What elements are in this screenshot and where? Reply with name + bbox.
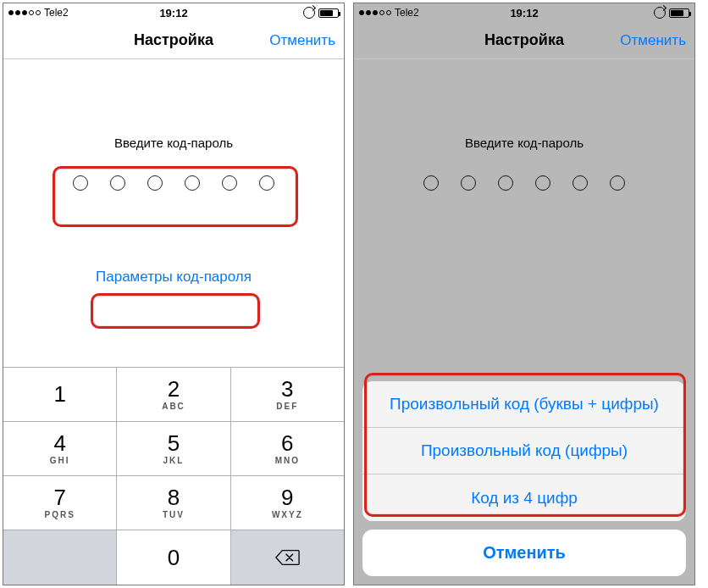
key-5[interactable]: 5JKL [117, 422, 230, 476]
page-title: Настройка [484, 31, 564, 49]
key-8[interactable]: 8TUV [117, 476, 230, 530]
status-time: 19:12 [159, 7, 187, 19]
backspace-key[interactable] [231, 530, 344, 585]
status-time: 19:12 [510, 7, 538, 19]
backspace-icon [274, 548, 300, 567]
battery-icon [669, 8, 689, 18]
sheet-cancel-button[interactable]: Отменить [362, 530, 686, 576]
sheet-option-4digit[interactable]: Код из 4 цифр [362, 474, 686, 521]
key-7[interactable]: 7PQRS [3, 476, 117, 530]
key-4[interactable]: 4GHI [3, 422, 117, 476]
rotation-lock-icon [303, 7, 315, 19]
phone-right: Tele2 19:12 Настройка Отменить Введите к… [353, 3, 695, 585]
key-blank [3, 530, 117, 585]
sheet-option-numeric[interactable]: Произвольный код (цифры) [362, 428, 686, 474]
status-bar: Tele2 19:12 [354, 3, 694, 22]
nav-bar: Настройка Отменить [3, 22, 344, 59]
key-2[interactable]: 2ABC [117, 368, 230, 422]
passcode-dots [354, 167, 694, 201]
passcode-dots [3, 167, 344, 201]
cancel-button[interactable]: Отменить [620, 32, 686, 49]
page-title: Настройка [134, 31, 213, 49]
sheet-option-alphanumeric[interactable]: Произвольный код (буквы + цифры) [362, 381, 686, 428]
carrier-label: Tele2 [395, 7, 419, 19]
phone-left: Tele2 19:12 Настройка Отменить Введите к… [3, 3, 345, 585]
passcode-prompt: Введите код-пароль [354, 136, 694, 150]
action-sheet-options: Произвольный код (буквы + цифры) Произво… [362, 381, 686, 521]
cancel-button[interactable]: Отменить [269, 32, 335, 49]
numeric-keypad: 1 2ABC 3DEF 4GHI 5JKL 6MNO 7PQRS 8TUV 9W… [3, 367, 344, 585]
battery-icon [318, 8, 339, 18]
highlight-options-link [91, 293, 260, 329]
carrier-label: Tele2 [44, 7, 69, 19]
key-1[interactable]: 1 [3, 368, 117, 422]
key-3[interactable]: 3DEF [231, 368, 344, 422]
signal-icon [8, 10, 41, 15]
action-sheet: Произвольный код (буквы + цифры) Произво… [354, 373, 694, 585]
rotation-lock-icon [654, 7, 666, 19]
key-6[interactable]: 6MNO [231, 422, 344, 476]
passcode-options-link[interactable]: Параметры код-пароля [96, 269, 252, 286]
status-bar: Tele2 19:12 [3, 3, 344, 22]
key-0[interactable]: 0 [117, 530, 230, 585]
key-9[interactable]: 9WXYZ [231, 476, 344, 530]
passcode-prompt: Введите код-пароль [3, 136, 344, 150]
signal-icon [359, 10, 391, 15]
nav-bar: Настройка Отменить [354, 22, 694, 59]
